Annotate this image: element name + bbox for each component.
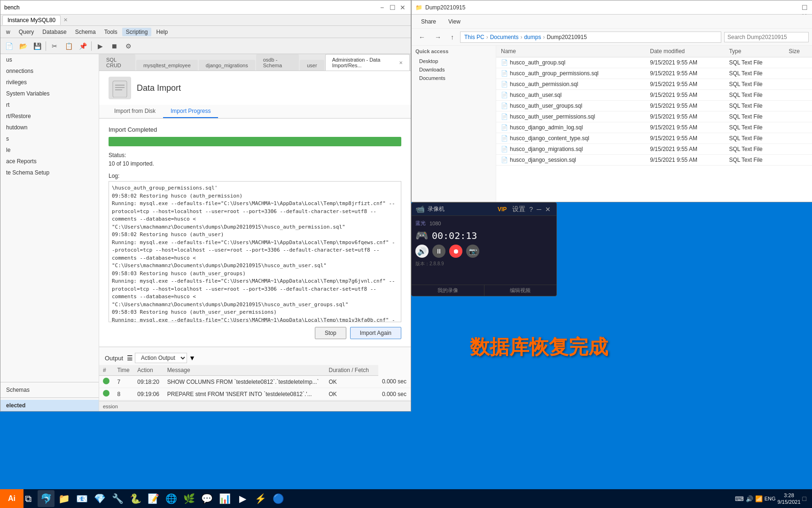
screenshot-btn[interactable]: 📷: [466, 245, 479, 258]
menu-item-tools[interactable]: Tools: [101, 28, 121, 36]
toolbar-save[interactable]: 💾: [31, 40, 44, 53]
app5-taskbar-btn[interactable]: 🐍: [127, 490, 144, 507]
taskbar-clock[interactable]: 3:28 9/15/2021: [778, 492, 801, 506]
app8-taskbar-btn[interactable]: 🌿: [180, 490, 197, 507]
search-input[interactable]: [724, 32, 809, 42]
record-btn[interactable]: ⏺: [449, 245, 462, 258]
tray-icon1[interactable]: ⌨: [735, 495, 744, 502]
vs-taskbar-btn[interactable]: 💎: [91, 490, 108, 507]
app7-taskbar-btn[interactable]: 🌐: [163, 490, 180, 507]
instance-tab-close[interactable]: ✕: [61, 16, 70, 24]
maximize-button[interactable]: ☐: [388, 3, 397, 12]
vip-settings-btn[interactable]: 设置: [510, 205, 527, 214]
tray-wifi[interactable]: 📶: [755, 495, 763, 502]
forward-button[interactable]: →: [431, 32, 445, 42]
sidebar-item-privileges[interactable]: rivileges: [0, 77, 99, 88]
list-item[interactable]: 📄husco_auth_user_permissions.sql 9/15/20…: [496, 111, 812, 122]
menu-item-help[interactable]: Help: [152, 28, 172, 36]
toolbar-run[interactable]: ▶: [94, 40, 107, 53]
sidebar-downloads[interactable]: Downloads: [412, 65, 496, 74]
app6-taskbar-btn[interactable]: 📝: [145, 490, 162, 507]
import-again-button[interactable]: Import Again: [350, 327, 401, 339]
tab-django-migrations[interactable]: django_migrations: [199, 60, 255, 71]
tray-icon2[interactable]: 🔊: [746, 495, 753, 502]
sidebar-item-schemas[interactable]: Schemas: [0, 384, 99, 396]
sidebar-desktop[interactable]: Desktop: [412, 57, 496, 65]
list-item[interactable]: 📄husco_auth_user_groups.sql 9/15/2021 9:…: [496, 101, 812, 111]
tab-sql-crud[interactable]: SQL CRUD: [99, 54, 135, 71]
close-button[interactable]: ✕: [398, 3, 407, 12]
pause-btn[interactable]: ⏸: [432, 245, 445, 258]
volume-btn[interactable]: 🔊: [415, 245, 429, 258]
app11-taskbar-btn[interactable]: ▶: [234, 490, 251, 507]
up-button[interactable]: ↑: [447, 32, 457, 42]
file-col-size[interactable]: Size: [784, 46, 812, 57]
stop-button[interactable]: Stop: [315, 327, 346, 339]
sidebar-item-rt-restore[interactable]: rt/Restore: [0, 111, 99, 122]
menu-item-query[interactable]: Query: [15, 28, 38, 36]
sidebar-item-rt[interactable]: rt: [0, 99, 99, 111]
log-area[interactable]: \husco_auth_group_permissions.sql'09:58:…: [109, 181, 401, 322]
mail-taskbar-btn[interactable]: 📧: [73, 490, 90, 507]
sidebar-item-schema-setup[interactable]: te Schema Setup: [0, 167, 99, 178]
toolbar-settings[interactable]: ⚙: [122, 40, 135, 53]
tab-admin-close[interactable]: ✕: [399, 60, 403, 65]
menu-view[interactable]: View: [443, 17, 466, 26]
sidebar-item-s[interactable]: s: [0, 133, 99, 144]
tray-lang[interactable]: ENG: [765, 496, 776, 501]
list-item[interactable]: 📄husco_django_content_type.sql 9/15/2021…: [496, 133, 812, 144]
toolbar-new[interactable]: 📄: [2, 40, 16, 53]
sidebar-item-connections[interactable]: onnections: [0, 65, 99, 77]
menu-item-database[interactable]: Database: [39, 28, 70, 36]
sidebar-item-us[interactable]: us: [0, 54, 99, 65]
tab-user[interactable]: user: [300, 60, 324, 71]
show-desktop-btn[interactable]: □: [803, 495, 806, 502]
tab-osdb[interactable]: osdb - Schema: [256, 54, 299, 71]
action-output-select[interactable]: Action Output: [135, 353, 187, 363]
minimize-button[interactable]: −: [378, 3, 386, 12]
explorer-taskbar-btn[interactable]: 📁: [55, 490, 72, 507]
bc-dumps[interactable]: dumps: [524, 34, 541, 40]
menu-item-schema[interactable]: Schema: [71, 28, 100, 36]
sidebar-item-shutdown[interactable]: hutdown: [0, 122, 99, 133]
toolbar-stop[interactable]: ⏹: [108, 40, 121, 53]
sub-tab-import-disk[interactable]: Import from Disk: [107, 105, 163, 118]
sidebar-item-reports[interactable]: ace Reports: [0, 156, 99, 167]
list-item[interactable]: 📄husco_auth_user.sql 9/15/2021 9:55 AM S…: [496, 90, 812, 101]
explorer-maximize[interactable]: ☐: [800, 3, 809, 12]
toolbar-paste[interactable]: 📌: [76, 40, 89, 53]
sub-tab-import-progress[interactable]: Import Progress: [163, 105, 218, 118]
vip-edit-video[interactable]: 编辑视频: [484, 285, 557, 296]
back-button[interactable]: ←: [415, 32, 429, 42]
output-dropdown-icon[interactable]: ▼: [189, 354, 195, 362]
file-col-name[interactable]: Name: [496, 46, 645, 57]
sidebar-item-file[interactable]: le: [0, 144, 99, 156]
vip-close-btn[interactable]: ✕: [543, 206, 553, 213]
list-item[interactable]: 📄husco_auth_group.sql 9/15/2021 9:55 AM …: [496, 57, 812, 68]
toolbar-cut[interactable]: ✂: [48, 40, 61, 53]
menu-item-w[interactable]: w: [2, 28, 14, 36]
app10-taskbar-btn[interactable]: 📊: [216, 490, 233, 507]
output-filter-icon[interactable]: ☰: [127, 354, 133, 362]
ai-label[interactable]: Ai: [0, 489, 23, 508]
menu-item-scripting[interactable]: Scripting: [122, 28, 152, 36]
vip-minimize-btn[interactable]: ─: [535, 206, 543, 213]
list-item[interactable]: 📄husco_django_admin_log.sql 9/15/2021 9:…: [496, 122, 812, 133]
tab-admin-import[interactable]: Administration - Data Import/Res... ✕: [325, 54, 410, 71]
app12-taskbar-btn[interactable]: ⚡: [252, 490, 269, 507]
menu-share[interactable]: Share: [415, 17, 442, 26]
list-item[interactable]: 📄husco_django_session.sql 9/15/2021 9:55…: [496, 155, 812, 166]
list-item[interactable]: 📄husco_auth_permission.sql 9/15/2021 9:5…: [496, 79, 812, 90]
bc-documents[interactable]: Documents: [490, 34, 519, 40]
gamepad-icon[interactable]: 🎮: [415, 230, 428, 242]
sidebar-item-variables[interactable]: System Variables: [0, 88, 99, 99]
app9-taskbar-btn[interactable]: 💬: [198, 490, 215, 507]
file-col-type[interactable]: Type: [724, 46, 784, 57]
file-col-date[interactable]: Date modified: [645, 46, 724, 57]
workbench-taskbar-btn[interactable]: 🐬: [38, 490, 55, 507]
list-item[interactable]: 📄husco_django_migrations.sql 9/15/2021 9…: [496, 144, 812, 155]
list-item[interactable]: 📄husco_auth_group_permissions.sql 9/15/2…: [496, 68, 812, 79]
toolbar-open[interactable]: 📂: [16, 40, 30, 53]
bc-thispc[interactable]: This PC: [464, 34, 484, 40]
vip-recordings[interactable]: 我的录像: [412, 285, 484, 296]
